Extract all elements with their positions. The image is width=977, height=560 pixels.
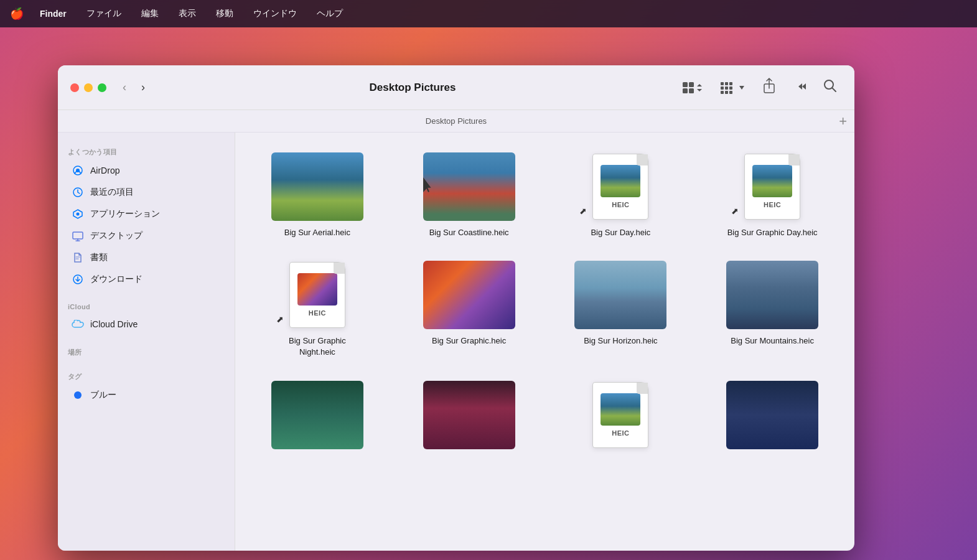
svg-point-22: [74, 391, 82, 399]
sidebar-item-applications[interactable]: アプリケーション: [62, 203, 231, 225]
file-thumbnail: HEIC ⬈: [271, 261, 363, 329]
file-item[interactable]: HEIC: [551, 376, 691, 460]
file-item[interactable]: HEIC ⬈ Big Sur Day.heic: [551, 147, 691, 243]
svg-rect-12: [729, 91, 732, 94]
file-name: Big Sur Horizon.heic: [584, 335, 658, 347]
sidebar-item-label: デスクトップ: [90, 230, 143, 241]
sidebar-item-label: アプリケーション: [90, 208, 160, 220]
grid-icon: [681, 81, 695, 95]
forward-button[interactable]: ›: [138, 78, 149, 96]
sidebar-item-airdrop[interactable]: AirDrop: [62, 160, 231, 181]
file-item[interactable]: [703, 376, 842, 460]
sidebar-item-label: ダウンロード: [90, 274, 143, 285]
group-view-button[interactable]: [715, 79, 750, 96]
file-thumbnail: [726, 381, 818, 449]
more-button[interactable]: [788, 78, 811, 97]
tags-section-label: タグ: [58, 367, 235, 384]
share-button[interactable]: [757, 75, 781, 100]
group-grid-icon: [720, 82, 737, 94]
file-thumbnail: [423, 381, 515, 449]
svg-rect-6: [729, 82, 732, 85]
svg-rect-8: [725, 86, 728, 90]
airdrop-icon: [72, 164, 84, 177]
apple-menu[interactable]: 🍎: [10, 7, 24, 21]
sidebar-item-label: AirDrop: [90, 166, 119, 175]
file-item[interactable]: Big Sur Coastline.heic: [400, 147, 539, 243]
file-item[interactable]: Big Sur Horizon.heic: [551, 256, 691, 363]
menu-help[interactable]: ヘルプ: [313, 6, 347, 22]
svg-line-15: [832, 88, 836, 91]
close-button[interactable]: [70, 83, 79, 92]
file-name: Big Sur Aerial.heic: [284, 227, 350, 238]
search-button[interactable]: [818, 77, 842, 98]
icon-view-button[interactable]: [676, 78, 708, 97]
file-thumbnail: [423, 261, 515, 329]
file-thumbnail: [271, 381, 363, 449]
add-tab-button[interactable]: +: [839, 114, 847, 128]
sidebar-item-label: iCloud Drive: [90, 319, 138, 329]
file-thumbnail: HEIC: [574, 381, 666, 449]
file-item[interactable]: Big Sur Graphic.heic: [400, 256, 539, 363]
file-name: Big Sur Day.heic: [591, 227, 650, 238]
share-icon: [762, 78, 776, 94]
file-item[interactable]: HEIC ⬈ Big Sur Graphic Day.heic: [703, 147, 842, 243]
file-item[interactable]: [248, 376, 387, 460]
chevron-down-icon: [739, 85, 745, 90]
file-name: Big Sur Graphic Night.heic: [271, 335, 363, 358]
svg-rect-9: [729, 86, 732, 90]
svg-rect-1: [689, 82, 694, 87]
file-thumbnail: [271, 152, 363, 221]
sidebar-item-icloud-drive[interactable]: iCloud Drive: [62, 314, 231, 335]
file-item[interactable]: Big Sur Mountains.heic: [703, 256, 842, 363]
svg-rect-11: [725, 91, 728, 94]
alias-arrow-icon: ⬈: [579, 206, 587, 216]
file-thumbnail: HEIC ⬈: [726, 152, 818, 221]
file-thumbnail: [726, 261, 818, 329]
more-icon: [793, 82, 806, 91]
file-name: Big Sur Coastline.heic: [429, 227, 509, 238]
file-name: Big Sur Mountains.heic: [731, 335, 814, 347]
file-thumbnail: [423, 152, 515, 221]
menu-window[interactable]: ウインドウ: [250, 6, 301, 22]
svg-rect-20: [73, 232, 83, 239]
documents-icon: [72, 251, 84, 264]
sidebar-item-downloads[interactable]: ダウンロード: [62, 269, 231, 290]
sidebar-item-documents[interactable]: 書類: [62, 247, 231, 268]
desktop-icon: [72, 230, 84, 242]
minimize-button[interactable]: [84, 83, 93, 92]
alias-arrow-icon: ⬈: [276, 314, 284, 324]
sidebar-item-desktop[interactable]: デスクトップ: [62, 225, 231, 246]
places-section-label: 場所: [58, 343, 235, 360]
sidebar-item-label: ブルー: [90, 390, 116, 401]
sidebar-item-label: 書類: [90, 252, 108, 263]
traffic-lights: [70, 83, 106, 92]
recents-icon: [72, 186, 84, 198]
sidebar-item-recents[interactable]: 最近の項目: [62, 182, 231, 203]
menu-view[interactable]: 表示: [175, 6, 200, 22]
menu-go[interactable]: 移動: [212, 6, 237, 22]
breadcrumb-label: Desktop Pictures: [426, 116, 487, 126]
maximize-button[interactable]: [98, 83, 106, 92]
file-item[interactable]: [400, 376, 539, 460]
file-name: Big Sur Graphic.heic: [432, 335, 506, 347]
toolbar-right: [676, 75, 842, 100]
sidebar: よくつかう項目 AirDrop: [58, 133, 235, 551]
menu-edit[interactable]: 編集: [138, 6, 162, 22]
file-item[interactable]: Big Sur Aerial.heic: [248, 147, 387, 243]
svg-rect-3: [689, 88, 694, 93]
menu-bar: 🍎 Finder ファイル 編集 表示 移動 ウインドウ ヘルプ: [0, 0, 977, 27]
window-title: Desktop Pictures: [370, 82, 456, 93]
downloads-icon: [72, 273, 84, 286]
back-button[interactable]: ‹: [119, 78, 130, 96]
svg-point-19: [77, 213, 80, 216]
menu-file[interactable]: ファイル: [83, 6, 125, 22]
svg-rect-4: [721, 82, 724, 85]
applications-icon: [72, 208, 84, 220]
main-area: よくつかう項目 AirDrop: [58, 133, 854, 551]
file-item[interactable]: HEIC ⬈ Big Sur Graphic Night.heic: [248, 256, 387, 363]
menu-finder[interactable]: Finder: [36, 6, 70, 21]
sidebar-item-blue-tag[interactable]: ブルー: [62, 385, 231, 406]
file-thumbnail: [574, 261, 666, 329]
icloud-icon: [72, 318, 84, 330]
svg-rect-5: [725, 82, 728, 85]
